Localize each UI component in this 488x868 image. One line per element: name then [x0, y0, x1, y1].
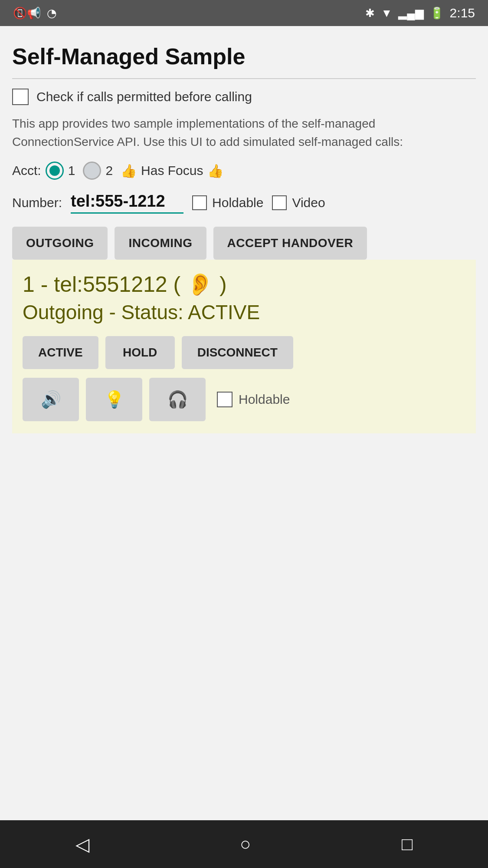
headphones-icon: 🎧	[167, 390, 188, 409]
account-row: Acct: 1 2 👍 Has Focus 👍	[12, 162, 476, 180]
acct2-radio[interactable]	[83, 162, 101, 180]
acct1-radio-inner	[49, 165, 60, 176]
number-input[interactable]	[71, 192, 183, 214]
signal-icon: ▂▄▆	[398, 7, 423, 20]
check-permissions-row: Check if calls permitted before calling	[12, 89, 476, 105]
app-title: Self-Managed Sample	[12, 43, 476, 69]
acct1-radio[interactable]	[46, 162, 64, 180]
wifi-icon: ▼	[381, 7, 392, 20]
has-focus-thumbs-up: 👍	[207, 163, 223, 178]
outgoing-button[interactable]: OUTGOING	[12, 227, 108, 260]
icon-buttons-row: 🔊 💡 🎧 Holdable	[23, 378, 465, 421]
recent-nav-icon[interactable]: □	[402, 834, 413, 855]
call-holdable-checkbox[interactable]	[217, 392, 233, 407]
acct1-number: 1	[68, 163, 75, 178]
disconnect-button[interactable]: DISCONNECT	[182, 336, 293, 369]
hold-button[interactable]: HOLD	[105, 336, 175, 369]
holdable-checkbox[interactable]	[192, 195, 207, 210]
call-card: 1 - tel:5551212 ( 👂 ) Outgoing - Status:…	[12, 260, 476, 433]
status-bar: 📵📢 ◔ ✱ ▼ ▂▄▆ 🔋 2:15	[0, 0, 488, 26]
number-label: Number:	[12, 195, 62, 210]
bottom-nav: ◁ ○ □	[0, 820, 488, 868]
check-permissions-label: Check if calls permitted before calling	[36, 89, 252, 104]
video-checkbox[interactable]	[272, 195, 287, 210]
voicemail-icon: 📵📢	[13, 7, 41, 20]
active-button[interactable]: ACTIVE	[23, 336, 98, 369]
home-nav-icon[interactable]: ○	[240, 834, 251, 855]
content-filler	[12, 433, 476, 820]
status-bar-left: 📵📢 ◔	[13, 7, 57, 20]
status-time: 2:15	[450, 6, 475, 20]
check-permissions-checkbox[interactable]	[12, 89, 29, 105]
speaker-button[interactable]: 🔊	[23, 378, 79, 421]
action-buttons: OUTGOING INCOMING ACCEPT HANDOVER	[12, 227, 476, 260]
description-text: This app provides two sample implementat…	[12, 115, 476, 151]
acct2-number: 2	[105, 163, 113, 178]
has-focus-label: Has Focus	[141, 163, 203, 178]
video-label: Video	[292, 195, 325, 210]
holdable-row: Holdable	[192, 195, 263, 210]
thumbs-up-emoji: 👍	[121, 163, 137, 178]
acct-label: Acct:	[12, 163, 41, 178]
holdable-label: Holdable	[212, 195, 263, 210]
call-holdable-row: Holdable	[217, 392, 290, 407]
bulb-icon: 💡	[104, 390, 124, 409]
main-content: Self-Managed Sample Check if calls permi…	[0, 26, 488, 820]
headphones-button[interactable]: 🎧	[149, 378, 206, 421]
title-divider	[12, 78, 476, 79]
call-status: Outgoing - Status: ACTIVE	[23, 300, 465, 324]
call-controls: ACTIVE HOLD DISCONNECT	[23, 336, 465, 369]
call-holdable-label: Holdable	[239, 392, 290, 407]
bulb-button[interactable]: 💡	[86, 378, 142, 421]
bluetooth-icon: ✱	[365, 7, 375, 20]
incoming-button[interactable]: INCOMING	[115, 227, 206, 260]
sync-icon: ◔	[47, 7, 57, 20]
battery-icon: 🔋	[430, 7, 444, 20]
number-row: Number: Holdable Video	[12, 192, 476, 214]
status-bar-right: ✱ ▼ ▂▄▆ 🔋 2:15	[365, 6, 475, 20]
accept-handover-button[interactable]: ACCEPT HANDOVER	[213, 227, 367, 260]
back-nav-icon[interactable]: ◁	[75, 834, 89, 855]
video-row: Video	[272, 195, 325, 210]
call-number: 1 - tel:5551212 ( 👂 )	[23, 272, 465, 297]
speaker-icon: 🔊	[41, 390, 61, 409]
